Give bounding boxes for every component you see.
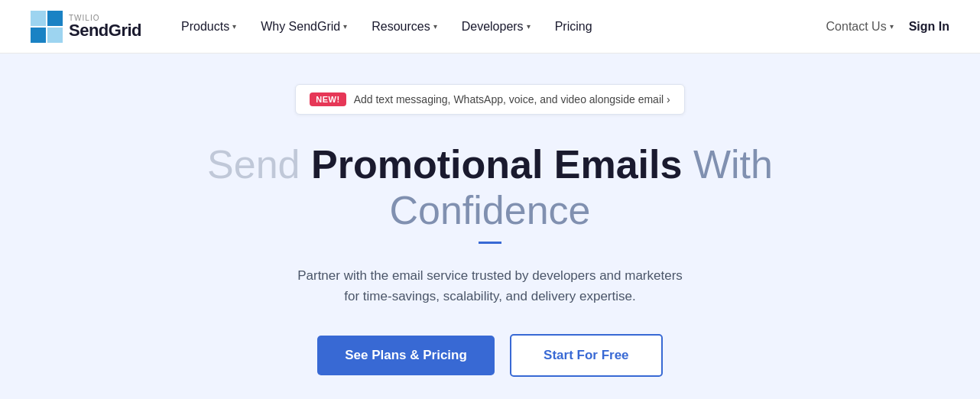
see-plans-pricing-button[interactable]: See Plans & Pricing <box>317 336 495 375</box>
hero-buttons: See Plans & Pricing Start For Free <box>317 334 663 377</box>
hero-heading: Send Promotional Emails With Confidence <box>146 142 834 234</box>
contact-us-label: Contact Us <box>826 20 887 34</box>
hero-subtext: Partner with the email service trusted b… <box>297 265 683 307</box>
hero-heading-bold: Promotional Emails <box>311 142 682 187</box>
chevron-down-icon: ▾ <box>433 22 437 31</box>
svg-rect-2 <box>31 28 46 43</box>
start-for-free-button[interactable]: Start For Free <box>510 334 663 377</box>
nav-item-why-sendgrid[interactable]: Why SendGrid ▾ <box>251 14 356 40</box>
logo-text: TWILIO SendGrid <box>69 15 141 39</box>
hero-subtext-line1: Partner with the email service trusted b… <box>297 268 683 283</box>
nav-links: Products ▾ Why SendGrid ▾ Resources ▾ De… <box>172 14 826 40</box>
nav-item-pricing[interactable]: Pricing <box>546 14 602 40</box>
nav-right: Contact Us ▾ Sign In <box>826 20 949 34</box>
hero-underline-decoration <box>479 242 501 244</box>
chevron-down-icon: ▾ <box>232 22 236 31</box>
nav-products-label: Products <box>181 20 229 34</box>
new-banner[interactable]: NEW! Add text messaging, WhatsApp, voice… <box>295 84 684 115</box>
chevron-down-icon: ▾ <box>343 22 347 31</box>
navbar: TWILIO SendGrid Products ▾ Why SendGrid … <box>0 0 980 54</box>
nav-item-developers[interactable]: Developers ▾ <box>453 14 540 40</box>
chevron-down-icon: ▾ <box>527 22 531 31</box>
svg-rect-3 <box>47 28 63 43</box>
svg-rect-1 <box>47 11 63 26</box>
hero-subtext-line2: for time-savings, scalability, and deliv… <box>344 289 635 303</box>
nav-resources-label: Resources <box>372 20 430 34</box>
sign-in-link[interactable]: Sign In <box>909 20 949 34</box>
chevron-down-icon: ▾ <box>890 22 894 31</box>
nav-item-products[interactable]: Products ▾ <box>172 14 245 40</box>
nav-developers-label: Developers <box>462 20 524 34</box>
sendgrid-logo-icon <box>31 11 63 43</box>
new-badge: NEW! <box>310 92 346 106</box>
hero-section: NEW! Add text messaging, WhatsApp, voice… <box>0 54 980 399</box>
svg-rect-0 <box>31 11 46 26</box>
nav-item-resources[interactable]: Resources ▾ <box>362 14 446 40</box>
banner-text: Add text messaging, WhatsApp, voice, and… <box>354 93 670 105</box>
hero-heading-part1: Send <box>207 142 311 187</box>
logo-link[interactable]: TWILIO SendGrid <box>31 11 141 43</box>
nav-why-sendgrid-label: Why SendGrid <box>261 20 340 34</box>
sendgrid-label: SendGrid <box>69 22 141 39</box>
nav-pricing-label: Pricing <box>555 20 592 34</box>
contact-us-link[interactable]: Contact Us ▾ <box>826 20 894 34</box>
